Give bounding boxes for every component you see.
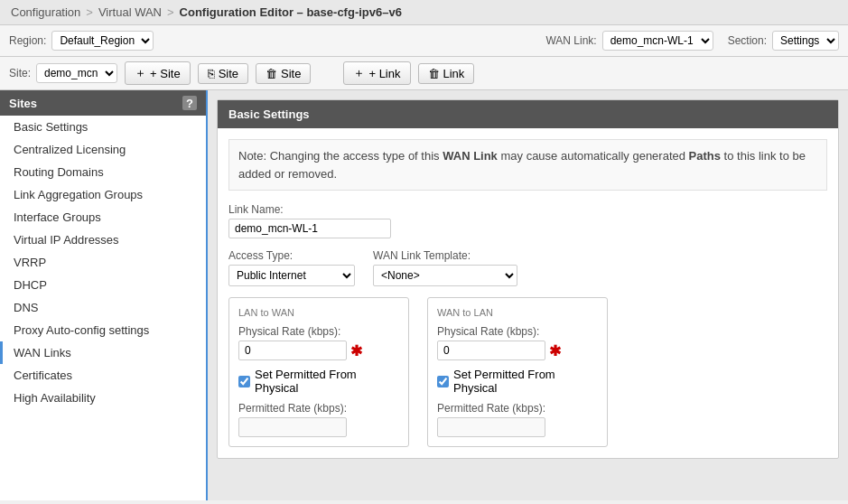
sidebar-item-interface-groups[interactable]: Interface Groups [0, 206, 206, 229]
region-label: Region: [9, 34, 46, 47]
sidebar-item-label: Certificates [14, 369, 72, 382]
sidebar-item-routing-domains[interactable]: Routing Domains [0, 161, 206, 183]
wan-permitted-label: Permitted Rate (kbps): [437, 402, 598, 415]
add-link-label: + Link [368, 67, 400, 80]
help-icon: ? [186, 97, 193, 110]
sidebar-item-basic-settings[interactable]: Basic Settings [0, 116, 206, 138]
breadcrumb: Configuration > Virtual WAN > Configurat… [0, 0, 848, 25]
wan-set-permitted-checkbox[interactable] [437, 376, 449, 387]
sidebar-item-label: VRRP [14, 256, 46, 269]
sidebar-item-dns[interactable]: DNS [0, 296, 206, 319]
wan-phys-required-star: ✱ [549, 342, 561, 359]
add-site-button[interactable]: ＋ + Site [125, 61, 191, 85]
wan-permitted-input[interactable] [437, 417, 545, 437]
lan-set-permitted-label: Set Permitted From Physical [255, 368, 399, 395]
wan-to-lan-group: WAN to LAN Physical Rate (kbps): ✱ Set P… [427, 297, 608, 447]
note-bold-wanlink: WAN Link [443, 149, 498, 163]
region-select[interactable]: Default_Region [51, 31, 154, 51]
wan-phys-rate-label: Physical Rate (kbps): [437, 325, 598, 338]
main-layout: Sites ? Basic Settings Centralized Licen… [0, 90, 848, 500]
wan-template-field: WAN Link Template: <None> [373, 249, 517, 286]
delete-site-label: Site [281, 67, 301, 80]
lan-to-wan-title: LAN to WAN [238, 307, 399, 318]
panel-title: Basic Settings [218, 100, 838, 128]
sidebar-item-label: Routing Domains [14, 165, 104, 179]
access-type-label: Access Type: [228, 249, 355, 262]
region-group: Region: Default_Region [9, 31, 154, 51]
wan-set-permitted-row: Set Permitted From Physical [437, 368, 598, 395]
wan-link-select[interactable]: demo_mcn-WL-1 [602, 31, 713, 51]
sidebar-item-centralized-licensing[interactable]: Centralized Licensing [0, 138, 206, 161]
site-label: Site: [9, 67, 31, 79]
lan-permitted-label: Permitted Rate (kbps): [238, 402, 399, 415]
wan-phys-rate-input[interactable] [437, 341, 545, 360]
lan-set-permitted-row: Set Permitted From Physical [238, 368, 399, 395]
note-box: Note: Changing the access type of this W… [228, 139, 827, 191]
access-type-select[interactable]: Public Internet [228, 265, 355, 286]
sidebar-item-virtual-ip-addresses[interactable]: Virtual IP Addresses [0, 229, 206, 251]
wan-template-label: WAN Link Template: [373, 249, 517, 262]
sidebar-item-proxy-auto-config[interactable]: Proxy Auto-config settings [0, 319, 206, 341]
sidebar-title: Sites [9, 97, 37, 110]
lan-permitted-input[interactable] [238, 417, 347, 437]
lan-phys-required-star: ✱ [350, 342, 362, 359]
access-type-field: Access Type: Public Internet [228, 249, 355, 286]
sidebar-item-label: DNS [14, 301, 38, 314]
site-select[interactable]: demo_mcn [36, 63, 117, 83]
sidebar-item-wan-links[interactable]: WAN Links [0, 341, 206, 364]
lan-phys-rate-input[interactable] [238, 341, 347, 360]
rates-section: LAN to WAN Physical Rate (kbps): ✱ Set P… [228, 297, 827, 447]
top-toolbar: Region: Default_Region WAN Link: demo_mc… [0, 25, 848, 57]
sidebar-item-label: Interface Groups [14, 210, 101, 224]
section-group: Section: Settings [728, 31, 839, 51]
sidebar: Sites ? Basic Settings Centralized Licen… [0, 90, 208, 500]
panel-body: Note: Changing the access type of this W… [218, 128, 838, 458]
sidebar-item-dhcp[interactable]: DHCP [0, 274, 206, 296]
sidebar-item-certificates[interactable]: Certificates [0, 364, 206, 387]
breadcrumb-sep2: > [167, 5, 174, 19]
sidebar-item-label: Proxy Auto-config settings [14, 323, 149, 337]
trash-icon: 🗑 [266, 67, 277, 80]
breadcrumb-sep1: > [86, 5, 93, 19]
basic-settings-panel: Basic Settings Note: Changing the access… [217, 99, 839, 459]
wan-to-lan-title: WAN to LAN [437, 307, 598, 318]
sidebar-help-button[interactable]: ? [182, 96, 197, 110]
breadcrumb-root[interactable]: Configuration [11, 5, 80, 19]
sidebar-item-label: Link Aggregation Groups [14, 188, 143, 201]
wan-link-label: WAN Link: [545, 34, 596, 47]
delete-link-button[interactable]: 🗑 Link [418, 63, 475, 84]
sidebar-item-link-aggregation-groups[interactable]: Link Aggregation Groups [0, 183, 206, 206]
sidebar-item-label: DHCP [14, 278, 47, 292]
delete-site-button[interactable]: 🗑 Site [256, 63, 311, 84]
sidebar-item-label: WAN Links [14, 346, 71, 359]
add-site-label: + Site [150, 67, 181, 80]
trash-link-icon: 🗑 [428, 67, 440, 80]
lan-to-wan-group: LAN to WAN Physical Rate (kbps): ✱ Set P… [228, 297, 409, 447]
copy-site-button[interactable]: ⎘ Site [198, 63, 248, 84]
access-template-row: Access Type: Public Internet WAN Link Te… [228, 249, 827, 286]
sidebar-item-vrrp[interactable]: VRRP [0, 251, 206, 274]
wan-link-group: WAN Link: demo_mcn-WL-1 [545, 31, 713, 51]
wan-template-select[interactable]: <None> [373, 265, 517, 286]
lan-phys-rate-label: Physical Rate (kbps): [238, 325, 399, 338]
link-name-input[interactable] [228, 219, 391, 238]
breadcrumb-level2[interactable]: Virtual WAN [98, 5, 162, 19]
note-text-1: Note: Changing the access type of this [238, 149, 443, 163]
sidebar-item-label: High Availability [14, 391, 96, 405]
sidebar-item-label: Virtual IP Addresses [14, 233, 119, 247]
copy-site-label: Site [219, 67, 238, 80]
wan-phys-rate-row: ✱ [437, 341, 598, 360]
note-bold-paths: Paths [689, 149, 721, 163]
link-name-label: Link Name: [228, 203, 827, 216]
note-text-2: may cause automatically generated [498, 149, 689, 163]
second-toolbar: Site: demo_mcn ＋ + Site ⎘ Site 🗑 Site ＋ … [0, 57, 848, 90]
lan-set-permitted-checkbox[interactable] [238, 376, 250, 387]
add-link-button[interactable]: ＋ + Link [343, 61, 410, 85]
sidebar-header: Sites ? [0, 90, 206, 116]
sidebar-item-label: Basic Settings [14, 120, 88, 134]
lan-phys-rate-row: ✱ [238, 341, 399, 360]
sidebar-item-label: Centralized Licensing [14, 143, 126, 156]
section-select[interactable]: Settings [772, 31, 839, 51]
sidebar-item-high-availability[interactable]: High Availability [0, 387, 206, 409]
site-group: Site: demo_mcn [9, 63, 117, 83]
